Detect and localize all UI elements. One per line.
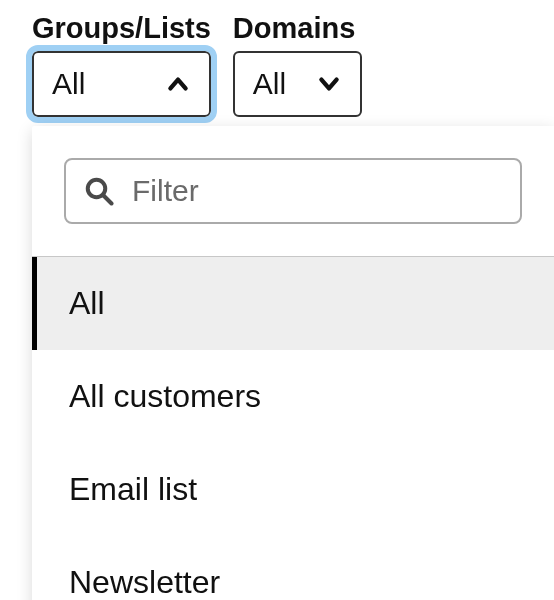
dropdown-option-newsletter[interactable]: Newsletter xyxy=(32,536,554,600)
option-label: All customers xyxy=(69,378,261,414)
groups-filter: Groups/Lists All xyxy=(32,12,211,117)
domains-filter: Domains All xyxy=(233,12,362,117)
domains-label: Domains xyxy=(233,12,362,45)
groups-select-button[interactable]: All xyxy=(32,51,211,117)
dropdown-option-all[interactable]: All xyxy=(32,257,554,350)
svg-line-1 xyxy=(103,195,112,204)
filters-row: Groups/Lists All Domains All xyxy=(0,0,554,117)
dropdown-option-all-customers[interactable]: All customers xyxy=(32,350,554,443)
chevron-down-icon xyxy=(316,71,342,97)
dropdown-search-wrap xyxy=(32,158,554,256)
dropdown-search-box[interactable] xyxy=(64,158,522,224)
domains-select-value: All xyxy=(253,67,286,101)
search-icon xyxy=(84,176,114,206)
groups-dropdown-panel: All All customers Email list Newsletter xyxy=(32,126,554,600)
domains-select-button[interactable]: All xyxy=(233,51,362,117)
dropdown-filter-input[interactable] xyxy=(132,174,512,208)
option-label: Email list xyxy=(69,471,197,507)
dropdown-options-list: All All customers Email list Newsletter xyxy=(32,256,554,600)
option-label: All xyxy=(69,285,105,321)
groups-select-value: All xyxy=(52,67,85,101)
option-label: Newsletter xyxy=(69,564,220,600)
chevron-up-icon xyxy=(165,71,191,97)
groups-label: Groups/Lists xyxy=(32,12,211,45)
dropdown-option-email-list[interactable]: Email list xyxy=(32,443,554,536)
